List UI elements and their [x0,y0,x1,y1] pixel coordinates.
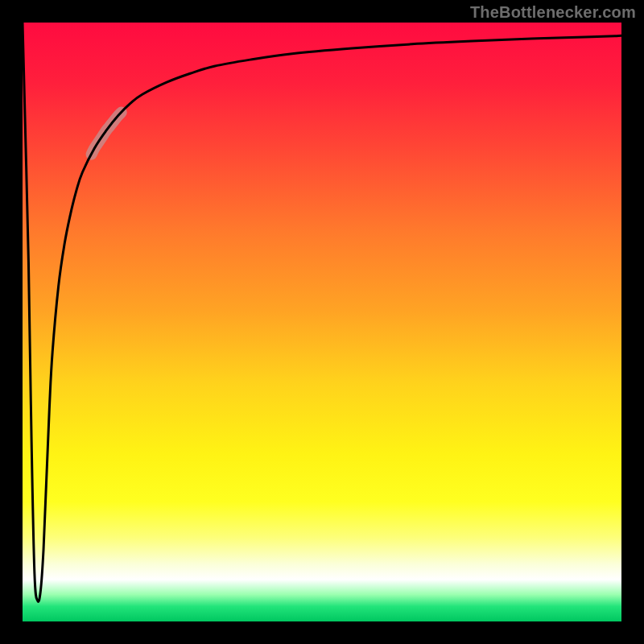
background-gradient [23,23,621,621]
plot-area [23,23,621,621]
svg-rect-0 [23,23,621,621]
watermark-text: TheBottlenecker.com [470,3,636,22]
chart-frame: TheBottlenecker.com [0,0,644,644]
